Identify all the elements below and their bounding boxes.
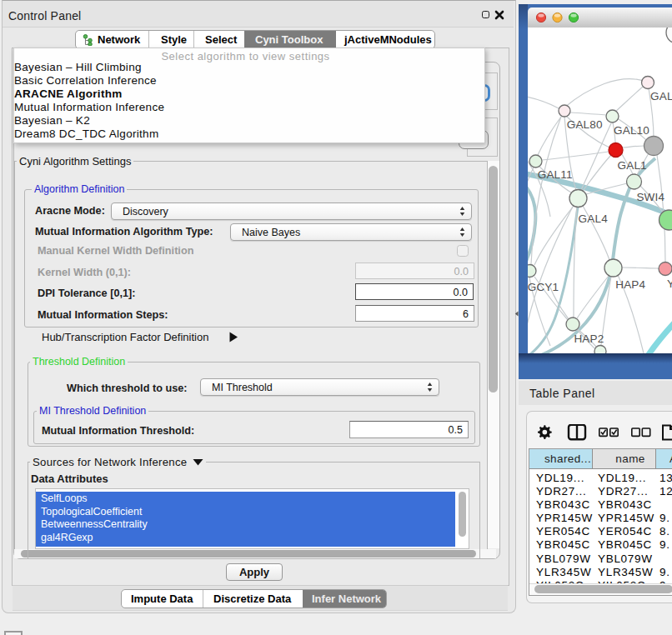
svg-text:GAL4: GAL4 — [579, 212, 609, 225]
svg-text:YP: YP — [667, 278, 672, 290]
svg-text:GAL10: GAL10 — [614, 124, 649, 137]
svg-text:GAL1: GAL1 — [618, 159, 647, 172]
svg-text:GAL80: GAL80 — [567, 118, 603, 131]
svg-text:GCY1: GCY1 — [528, 281, 559, 293]
svg-text:GAL11: GAL11 — [538, 168, 573, 181]
svg-text:GAL2: GAL2 — [650, 90, 672, 102]
svg-text:HAP4: HAP4 — [615, 278, 645, 291]
svg-text:HAP2: HAP2 — [574, 332, 604, 345]
svg-text:SWI4: SWI4 — [636, 191, 664, 203]
